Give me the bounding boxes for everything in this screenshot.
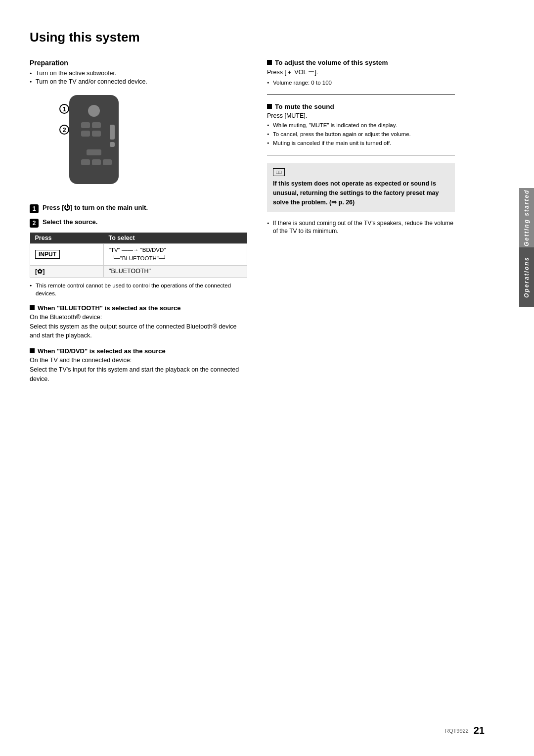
mute-bullet-3: Muting is canceled if the main unit is t… <box>267 139 455 147</box>
step-2-row: 2 Select the source. <box>30 218 247 228</box>
bddvd-title: When "BD/DVD" is selected as the source <box>30 347 247 355</box>
two-col-layout: Preparation Turn on the active subwoofer… <box>30 52 504 389</box>
side-tab-getting-started: Getting started <box>519 188 534 247</box>
remote-btn-a <box>81 122 90 128</box>
remote-row-2 <box>81 131 101 137</box>
mute-bullet-2: To cancel, press the button again or adj… <box>267 130 455 138</box>
note-icon-box: □□ <box>273 168 285 176</box>
side-tab-getting-label: Getting started <box>523 189 530 246</box>
volume-press-text: Press [＋ VOL ー]. <box>267 68 455 77</box>
bluetooth-title: When "BLUETOOTH" is selected as the sour… <box>30 304 247 312</box>
table-row-input: INPUT "TV" ——→ "BD/DVD" └─"BLUETOOTH"─┘ <box>30 244 247 266</box>
table-header-press: Press <box>30 233 104 244</box>
mute-section: To mute the sound Press [MUTE]. While mu… <box>267 103 455 147</box>
mute-press-text: Press [MUTE]. <box>267 112 455 119</box>
bullet-1: Turn on the active subwoofer. <box>30 70 247 77</box>
bddvd-on-device: On the TV and the connected device: <box>30 357 247 364</box>
table-cell-bt-btn: [✿] <box>30 265 104 277</box>
bluetooth-on-device: On the Bluetooth® device: <box>30 314 247 321</box>
remote-row-1 <box>81 122 101 128</box>
remote-power-btn <box>88 105 100 117</box>
warning-text: If this system does not operate as expec… <box>273 179 449 207</box>
preparation-heading: Preparation <box>30 59 247 67</box>
page-container: Using this system Preparation Turn on th… <box>0 0 534 756</box>
remote-control-image: 1 2 <box>59 95 129 194</box>
remote-bottom-3 <box>103 159 112 165</box>
right-column: To adjust the volume of this system Pres… <box>267 52 455 389</box>
remote-bottom-1 <box>81 159 90 165</box>
label-1: 1 <box>59 104 69 114</box>
step-1-row: 1 Press [⏻] to turn on the main unit. <box>30 204 247 213</box>
step-2-number: 2 <box>30 219 39 228</box>
bddvd-section: When "BD/DVD" is selected as the source … <box>30 347 247 384</box>
left-column: Preparation Turn on the active subwoofer… <box>30 52 247 389</box>
page-title: Using this system <box>30 30 504 45</box>
remote-bottom-2 <box>92 159 101 165</box>
table-cell-input-select: "TV" ——→ "BD/DVD" └─"BLUETOOTH"─┘ <box>103 244 247 266</box>
step-1-number: 1 <box>30 204 39 213</box>
table-note: This remote control cannot be used to co… <box>30 282 247 297</box>
volume-bullet: Volume range: 0 to 100 <box>267 79 455 87</box>
black-square-icon-4 <box>267 104 272 109</box>
warning-box: □□ If this system does not operate as ex… <box>267 163 455 212</box>
remote-vol-plus <box>110 125 115 140</box>
table-row-bluetooth: [✿] "BLUETOOTH" <box>30 265 247 277</box>
page-number: 21 <box>474 725 485 736</box>
preparation-bullets: Turn on the active subwoofer. Turn on th… <box>30 70 247 85</box>
side-tab-operations: Operations <box>519 247 534 307</box>
mute-title: To mute the sound <box>267 103 455 110</box>
right-footer-note: If there is sound coming out of the TV's… <box>267 219 455 236</box>
black-square-icon-3 <box>267 60 272 65</box>
remote-body <box>69 95 119 184</box>
volume-title: To adjust the volume of this system <box>267 59 455 66</box>
bluetooth-description: Select this system as the output source … <box>30 322 247 341</box>
bddvd-description: Select the TV's input for this system an… <box>30 365 247 384</box>
table-cell-bt-select: "BLUETOOTH" <box>103 265 247 277</box>
label-2: 2 <box>59 125 69 135</box>
table-cell-input-btn: INPUT <box>30 244 104 266</box>
right-divider-2 <box>267 155 455 155</box>
mute-bullet-1: While muting, "MUTE" is indicated on the… <box>267 121 455 129</box>
remote-vol-minus <box>110 142 115 147</box>
model-number: RQT9922 <box>445 728 469 734</box>
note-icon-text: □□ <box>276 170 282 175</box>
remote-btn-c <box>81 131 90 137</box>
right-divider-1 <box>267 94 455 95</box>
side-tab-operations-label: Operations <box>523 256 530 297</box>
steps-container: 1 Press [⏻] to turn on the main unit. 2 … <box>30 204 247 228</box>
page-footer: RQT9922 21 <box>445 725 485 736</box>
black-square-icon-2 <box>30 348 35 353</box>
remote-mute-btn <box>87 149 101 155</box>
remote-btn-d <box>92 131 101 137</box>
black-square-icon <box>30 305 35 310</box>
input-select-text: "TV" ——→ "BD/DVD" └─"BLUETOOTH"─┘ <box>109 246 242 263</box>
step-2-text: Select the source. <box>43 218 97 226</box>
note-icon-row: □□ <box>273 168 449 176</box>
preparation-section: Preparation Turn on the active subwoofer… <box>30 59 247 85</box>
remote-bottom-buttons <box>81 159 112 165</box>
step-1-text: Press [⏻] to turn on the main unit. <box>43 204 148 211</box>
bluetooth-section: When "BLUETOOTH" is selected as the sour… <box>30 304 247 341</box>
remote-button-rows <box>81 122 101 137</box>
source-select-table: Press To select INPUT "TV" ——→ "BD/DVD" … <box>30 233 247 278</box>
table-header-select: To select <box>103 233 247 244</box>
bullet-2: Turn on the TV and/or connected device. <box>30 78 247 85</box>
bluetooth-button-label: [✿] <box>35 268 44 275</box>
volume-section: To adjust the volume of this system Pres… <box>267 59 455 87</box>
side-tabs: Getting started Operations <box>519 188 534 307</box>
input-button-label: INPUT <box>35 250 60 259</box>
remote-btn-b <box>92 122 101 128</box>
